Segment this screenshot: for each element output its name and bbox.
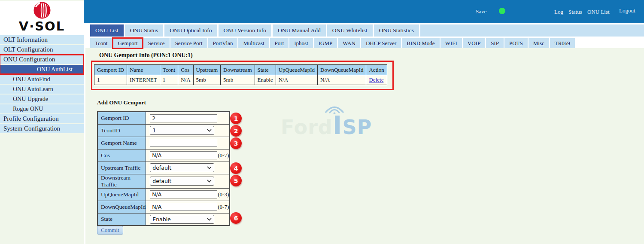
form-row-state: State Enable — [97, 213, 230, 226]
annotation-badge-5: 5 — [230, 175, 242, 186]
sidebar-item-olt-information[interactable]: OLT Information — [0, 35, 84, 44]
vsol-ball-icon — [33, 1, 51, 19]
commit-button[interactable]: Commit — [97, 226, 123, 235]
save-button[interactable]: Save — [476, 8, 486, 15]
tab-service-port[interactable]: Service Port — [170, 38, 207, 48]
tab-port[interactable]: Port — [270, 38, 289, 48]
sidebar-item-onu-autolearn[interactable]: ONU AutoLearn — [0, 85, 84, 94]
tab-onu-list[interactable]: ONU List — [90, 24, 124, 37]
chevron-down-icon — [207, 218, 212, 221]
onu-list-link[interactable]: ONU List — [587, 9, 610, 15]
tab-onu-status[interactable]: ONU Status — [125, 24, 164, 37]
upstream-traffic-select[interactable]: default — [150, 163, 214, 172]
tab-iphost[interactable]: Iphost — [289, 38, 313, 48]
tab-wan[interactable]: WAN — [338, 38, 360, 48]
col-downqueuemapid: DownQueueMapId — [318, 65, 366, 75]
watermark-ford: Ford — [281, 116, 333, 139]
tab-row-secondary: Tcont Gemport Service Service Port PortV… — [84, 37, 644, 48]
content: ONU Gemport Info (PON:1 ONU:1) Gemport I… — [84, 48, 644, 244]
state-select[interactable]: Enable — [150, 215, 214, 224]
cell-downqueuemapid: N/A — [318, 75, 366, 85]
cell-tcont: 1 — [160, 75, 178, 85]
cell-gemport-id: 1 — [94, 75, 127, 85]
tab-dhcp-server[interactable]: DHCP Server — [361, 38, 401, 48]
delete-link[interactable]: Delete — [369, 76, 383, 83]
tab-onu-statistics[interactable]: ONU Statistics — [374, 24, 419, 37]
cell-cos: N/A — [178, 75, 193, 85]
logo: V·SOL — [0, 1, 84, 35]
downstream-traffic-select[interactable]: default — [150, 177, 214, 186]
col-name: Name — [127, 65, 160, 75]
sidebar-item-rogue-onu[interactable]: Rogue ONU — [0, 104, 84, 113]
form-row-upstream-traffic: Upstream Traffic default — [97, 162, 230, 174]
cos-input[interactable] — [150, 151, 217, 159]
tab-wifi[interactable]: WIFI — [440, 38, 462, 48]
sidebar-item-system-configuration[interactable]: System Configuration — [0, 124, 84, 133]
tab-row-primary: ONU List ONU Status ONU Optical Info ONU… — [84, 23, 644, 37]
tcontid-label: TcontID — [97, 124, 146, 137]
tab-gemport[interactable]: Gemport — [113, 38, 142, 48]
status-ok-icon — [499, 8, 505, 14]
tab-pots[interactable]: POTS — [504, 38, 528, 48]
cell-name: INTERNET — [127, 75, 160, 85]
tab-bind-mode[interactable]: BIND Mode — [402, 38, 439, 48]
watermark-text: FordISP — [281, 113, 372, 140]
tab-onu-optical-info[interactable]: ONU Optical Info — [164, 24, 217, 37]
downqueuemapid-range-hint: (0-7) — [218, 204, 229, 210]
page-title: ONU Gemport Info (PON:1 ONU:1) — [99, 52, 193, 59]
sidebar-nav: OLT Information OLT Configuration ONU Co… — [0, 35, 84, 133]
form-row-tcontid: TcontID 1 — [97, 124, 230, 137]
downstream-traffic-label: Downstream Traffic — [97, 174, 146, 188]
col-action: Action — [366, 65, 387, 75]
cell-downstream: 5mb — [221, 75, 255, 85]
cell-upstream: 5mb — [193, 75, 221, 85]
sidebar-item-olt-configuration[interactable]: OLT Configuration — [0, 45, 84, 54]
gemport-name-label: Gemport Name — [97, 137, 146, 149]
col-upqueuemapid: UpQueueMapId — [276, 65, 317, 75]
sidebar-item-onu-upgrade[interactable]: ONU Upgrade — [0, 95, 84, 104]
gemport-name-input[interactable] — [150, 139, 217, 147]
gemport-id-input[interactable] — [150, 114, 217, 122]
logout-button[interactable]: Logout — [619, 7, 635, 14]
log-link[interactable]: Log — [554, 9, 563, 15]
status-link[interactable]: Status — [568, 9, 582, 15]
cell-upqueuemapid: N/A — [276, 75, 317, 85]
col-tcont: Tcont — [160, 65, 178, 75]
gemport-id-label: Gemport ID — [97, 112, 146, 124]
downqueuemapid-input[interactable] — [150, 203, 217, 211]
table-header-row: Gemport ID Name Tcont Cos Upstream Downs… — [94, 65, 387, 75]
tab-service[interactable]: Service — [143, 38, 170, 48]
tab-misc[interactable]: Misc — [529, 38, 549, 48]
upqueuemapid-input[interactable] — [150, 190, 217, 198]
col-state: State — [255, 65, 276, 75]
tcontid-select[interactable]: 1 — [150, 126, 214, 135]
tab-onu-whitelist[interactable]: ONU Whitelist — [327, 24, 373, 37]
chevron-down-icon — [207, 166, 212, 169]
sidebar-item-onu-configuration[interactable]: ONU Configuration — [0, 55, 84, 64]
table-row: 1 INTERNET 1 N/A 5mb 5mb Enable N/A N/A … — [94, 75, 387, 85]
upqueuemapid-range-hint: (0-3) — [218, 191, 229, 198]
tab-onu-version-info[interactable]: ONU Version Info — [219, 24, 272, 37]
tab-igmp[interactable]: IGMP — [314, 38, 337, 48]
tab-sip[interactable]: SIP — [486, 38, 504, 48]
sidebar-item-onu-authlist[interactable]: ONU AuthList — [0, 65, 84, 74]
tab-tr069[interactable]: TR069 — [550, 38, 575, 48]
tab-multicast[interactable]: Multicast — [238, 38, 269, 48]
sidebar-item-onu-autofind[interactable]: ONU AutoFind — [0, 75, 84, 84]
tab-portvlan[interactable]: PortVlan — [208, 38, 238, 48]
tab-onu-manual-add[interactable]: ONU Manual Add — [273, 24, 326, 37]
watermark-isp: ISP — [333, 116, 372, 139]
annotation-badge-3: 3 — [230, 137, 242, 149]
upstream-traffic-label: Upstream Traffic — [97, 162, 146, 174]
page: V·SOL OLT Information OLT Configuration … — [0, 0, 644, 244]
form-row-gemport-name: Gemport Name — [97, 137, 230, 149]
wifi-icon — [322, 104, 347, 114]
sidebar-item-profile-configuration[interactable]: Profile Configuration — [0, 114, 84, 123]
chevron-down-icon — [207, 180, 212, 183]
annotation-box-gemport-table: Gemport ID Name Tcont Cos Upstream Downs… — [91, 61, 394, 90]
tcontid-select-value: 1 — [152, 127, 156, 134]
tab-voip[interactable]: VOIP — [463, 38, 485, 48]
tab-tcont[interactable]: Tcont — [90, 38, 112, 48]
topbar: Save Log Status ONU List Logout — [84, 0, 644, 23]
form-row-gemport-id: Gemport ID — [97, 112, 230, 124]
